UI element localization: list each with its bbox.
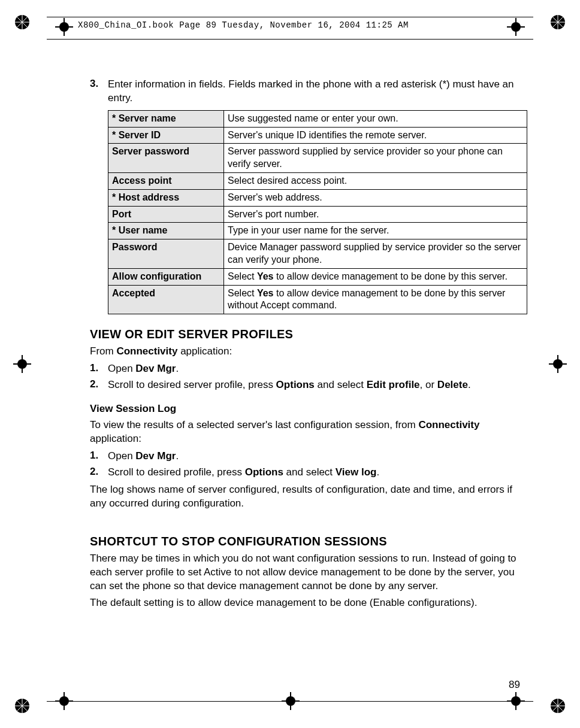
table-row: Server passwordServer password supplied …: [108, 144, 527, 173]
field-desc: Server's web address.: [224, 189, 527, 206]
step-number: 1.: [90, 450, 108, 463]
field-desc: Select Yes to allow device management to…: [224, 268, 527, 285]
table-row: * Server IDServer's unique ID identifies…: [108, 127, 527, 144]
field-desc: Use suggested name or enter your own.: [224, 110, 527, 127]
field-name: * Server name: [108, 110, 224, 127]
field-desc: Select desired access point.: [224, 173, 527, 190]
crop-mark-icon: [549, 355, 567, 373]
step-number: 3.: [90, 78, 108, 105]
step-number: 2.: [90, 466, 108, 480]
field-name: Allow configuration: [108, 268, 224, 285]
step-text: Scroll to desired profile, press Options…: [108, 466, 521, 480]
step-3: 3. Enter information in fields. Fields m…: [90, 78, 521, 105]
field-desc: Device Manager password supplied by serv…: [224, 239, 527, 269]
page-content: 3. Enter information in fields. Fields m…: [90, 78, 521, 614]
field-desc: Server's port number.: [224, 206, 527, 223]
table-row: * Host addressServer's web address.: [108, 189, 527, 206]
table-row: Allow configurationSelect Yes to allow d…: [108, 268, 527, 285]
field-name: * Host address: [108, 189, 224, 206]
heading-shortcut: SHORTCUT TO STOP CONFIGURATION SESSIONS: [90, 535, 521, 548]
list-item: 2.Scroll to desired server profile, pres…: [90, 378, 521, 392]
footer-rule: [47, 701, 533, 702]
shortcut-p2: The default setting is to allow device m…: [90, 596, 521, 610]
step-text: Open Dev Mgr.: [108, 362, 521, 376]
table-row: * User nameType in your user name for th…: [108, 223, 527, 239]
field-name: * Server ID: [108, 127, 224, 144]
page-number: 89: [509, 679, 520, 691]
field-name: Server password: [108, 144, 224, 173]
step-number: 2.: [90, 378, 108, 392]
table-row: Access pointSelect desired access point.: [108, 173, 527, 190]
step-number: 1.: [90, 362, 108, 376]
shortcut-p1: There may be times in which you do not w…: [90, 552, 521, 593]
field-name: Access point: [108, 173, 224, 190]
field-name: * User name: [108, 223, 224, 239]
field-name: Password: [108, 239, 224, 269]
field-desc: Server's unique ID identifies the remote…: [224, 127, 527, 144]
table-row: AcceptedSelect Yes to allow device manag…: [108, 285, 527, 314]
registration-mark-icon: [549, 697, 567, 715]
heading-view-edit: VIEW OR EDIT SERVER PROFILES: [90, 327, 521, 341]
field-desc: Server password supplied by service prov…: [224, 144, 527, 173]
heading-session-log: View Session Log: [90, 403, 521, 415]
step-text: Enter information in fields. Fields mark…: [108, 78, 521, 105]
field-name: Accepted: [108, 285, 224, 314]
step-text: Scroll to desired server profile, press …: [108, 378, 521, 392]
crop-mark-icon: [13, 355, 31, 373]
registration-mark-icon: [549, 13, 567, 31]
header-filename: X800_China_OI.book Page 89 Tuesday, Nove…: [78, 20, 409, 30]
table-row: PasswordDevice Manager password supplied…: [108, 239, 527, 269]
table-row: PortServer's port number.: [108, 206, 527, 223]
view-edit-from: From Connectivity application:: [90, 345, 521, 359]
field-desc: Select Yes to allow device management to…: [224, 285, 527, 314]
field-desc: Type in your user name for the server.: [224, 223, 527, 239]
registration-mark-icon: [13, 697, 31, 715]
session-log-outro: The log shows name of server configured,…: [90, 483, 521, 511]
session-log-intro: To view the results of a selected server…: [90, 418, 521, 446]
field-name: Port: [108, 206, 224, 223]
step-text: Open Dev Mgr.: [108, 450, 521, 463]
table-row: * Server nameUse suggested name or enter…: [108, 110, 527, 127]
fields-table: * Server nameUse suggested name or enter…: [108, 110, 527, 314]
list-item: 2.Scroll to desired profile, press Optio…: [90, 466, 521, 480]
registration-mark-icon: [13, 13, 31, 31]
list-item: 1.Open Dev Mgr.: [90, 450, 521, 463]
list-item: 1.Open Dev Mgr.: [90, 362, 521, 376]
